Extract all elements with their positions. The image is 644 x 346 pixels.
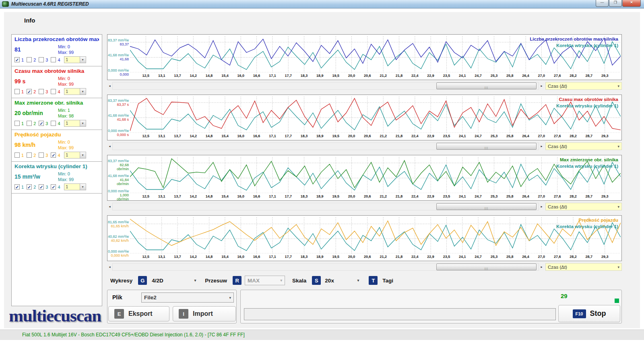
param-checkbox[interactable] [51, 89, 56, 94]
scrollbar-right-arrow[interactable]: ▸ [539, 142, 544, 150]
param-checkbox[interactable] [51, 121, 56, 126]
export-button-label: Eksport [128, 310, 153, 317]
param-checkbox[interactable]: ✓ [14, 57, 20, 62]
grip-icon: ||| [485, 267, 488, 270]
param-checkbox[interactable]: ✓ [39, 184, 44, 189]
x-axis-tick: 17,7 [285, 74, 292, 78]
scrollbar-right-arrow[interactable]: ▸ [539, 82, 544, 90]
param-checkbox[interactable] [14, 89, 20, 94]
scrollbar-thumb[interactable]: ||| [436, 264, 537, 270]
x-axis-tick: 18,3 [301, 194, 308, 198]
param-max: Max: 99 [58, 49, 74, 55]
przesuw-select[interactable]: MAX ▾ [245, 276, 285, 285]
param-minmax: Min: 1 Max: 98 [58, 107, 74, 119]
param-dropdown-value: 1 [64, 58, 80, 62]
param-checkbox[interactable] [39, 152, 44, 158]
h-scrollbar[interactable]: ||| [112, 203, 539, 210]
chart-series [130, 223, 621, 251]
axis-select[interactable]: Czas (Δt) ▾ [545, 263, 622, 271]
close-button[interactable]: ✕ [622, 0, 641, 7]
chevron-down-icon: ▾ [194, 278, 196, 282]
h-scrollbar[interactable]: ||| [112, 82, 539, 90]
scrollbar-right-arrow[interactable]: ▸ [539, 263, 544, 271]
x-axis-tick: 23,5 [443, 74, 450, 78]
param-checkbox[interactable] [39, 57, 44, 62]
param-checkbox-label: 3 [45, 58, 48, 62]
x-axis-tick: 17,7 [285, 134, 292, 138]
x-axis-tick: 16,0 [237, 74, 244, 78]
param-checkbox[interactable]: ✓ [39, 121, 44, 126]
param-checkbox[interactable]: ✓ [51, 152, 56, 158]
wykresy-key-badge: G [138, 276, 147, 285]
y-axis-label-pair: 81,65 mm³/w81,65 km/h [107, 220, 129, 228]
x-axis-tick: 25,3 [491, 74, 498, 78]
param-checkbox-row: ✓1✓2✓3✓41▾ [14, 183, 99, 190]
y-axis-label-pair: 0,000 mm³/w0,000 [107, 68, 129, 76]
x-axis-tick: 16,0 [237, 134, 244, 138]
axis-select[interactable]: Czas (Δt) ▾ [545, 82, 622, 90]
y-axis-label-pair: 0,000 mm³/w1,000 obr/min [107, 189, 129, 201]
scrollbar-thumb[interactable]: ||| [436, 203, 537, 210]
file-select[interactable]: File2 ▾ [141, 292, 234, 303]
stop-button-label: Stop [590, 309, 606, 318]
param-dropdown[interactable]: 1▾ [64, 183, 86, 190]
chart-plot [130, 217, 621, 253]
param-checkbox[interactable] [14, 121, 20, 126]
scrollbar-left-arrow[interactable]: ◂ [107, 142, 112, 150]
param-checkbox[interactable]: ✓ [14, 184, 20, 189]
scrollbar-right-arrow[interactable]: ▸ [539, 203, 544, 210]
h-scrollbar[interactable]: ||| [112, 142, 539, 150]
export-button[interactable]: E Eksport [108, 306, 169, 321]
param-dropdown-value: 1 [64, 121, 80, 126]
x-axis-tick: 22,4 [411, 74, 419, 78]
param-checkbox-label: 3 [45, 121, 48, 126]
param-checkbox[interactable] [14, 152, 20, 158]
y-axis-label: 41,84 obr/min [107, 178, 129, 186]
axis-select[interactable]: Czas (Δt) ▾ [545, 142, 622, 150]
param-checkbox[interactable]: ✓ [27, 184, 32, 189]
skala-select[interactable]: 20x ▾ [325, 276, 359, 285]
param-dropdown[interactable]: 1▾ [64, 56, 86, 63]
restore-button[interactable]: ❐ [609, 0, 622, 7]
x-axis-tick: 23,5 [443, 255, 450, 259]
scrollbar-left-arrow[interactable]: ◂ [107, 82, 112, 90]
stop-button[interactable]: F10 Stop [558, 305, 620, 322]
param-checkbox-label: 2 [33, 58, 36, 62]
chart-legend-entry: Korekta wtrysku (cylinder 1) [556, 163, 618, 169]
param-checkbox[interactable] [27, 121, 32, 126]
x-axis-tick: 26,4 [522, 134, 529, 138]
axis-select[interactable]: Czas (Δt) ▾ [545, 203, 622, 210]
chart-scroll-row: ◂ ||| ▸ Czas (Δt) ▾ [107, 142, 622, 150]
wykresy-select[interactable]: 4/2D ▾ [152, 276, 196, 285]
param-dropdown[interactable]: 1▾ [64, 120, 86, 127]
minimize-button[interactable]: — [596, 0, 609, 7]
x-axis-tick: 18,3 [301, 74, 308, 78]
chart-panel: 83,37 mm³/w83,3741,68 mm³/w41,680,000 mm… [107, 34, 622, 80]
param-value: 81 [14, 43, 58, 55]
param-checkbox[interactable] [39, 89, 44, 94]
param-checkbox-label: 1 [21, 185, 24, 189]
param-dropdown[interactable]: 1▾ [64, 88, 86, 95]
scrollbar-thumb[interactable]: ||| [436, 143, 537, 150]
param-checkbox[interactable] [27, 57, 32, 62]
y-axis-label: 40,82 mm³/w [107, 235, 129, 239]
param-checkbox[interactable]: ✓ [51, 184, 56, 189]
scrollbar-left-arrow[interactable]: ◂ [107, 203, 112, 210]
x-axis-tick: 21,8 [396, 134, 403, 138]
param-checkbox[interactable] [27, 152, 32, 158]
h-scrollbar[interactable]: ||| [112, 263, 539, 271]
tab-info[interactable]: Info [24, 17, 35, 24]
y-axis-label: 83,37 s [107, 103, 129, 107]
x-axis-tick: 20,6 [364, 74, 371, 78]
chart-legend-entry: Czasu max obrotów silnika [556, 96, 618, 103]
scrollbar-thumb[interactable]: ||| [436, 82, 537, 89]
param-checkbox[interactable]: ✓ [27, 89, 32, 94]
tagi-label: Tagi [382, 278, 393, 284]
scrollbar-left-arrow[interactable]: ◂ [107, 263, 112, 271]
import-button[interactable]: I Import [173, 306, 236, 321]
x-axis-tick: 29,3 [601, 255, 609, 259]
chevron-down-icon: ▾ [80, 152, 86, 158]
param-dropdown[interactable]: 1▾ [64, 152, 86, 159]
param-checkbox[interactable] [51, 57, 56, 62]
param-title: Prędkość pojazdu [14, 132, 99, 138]
